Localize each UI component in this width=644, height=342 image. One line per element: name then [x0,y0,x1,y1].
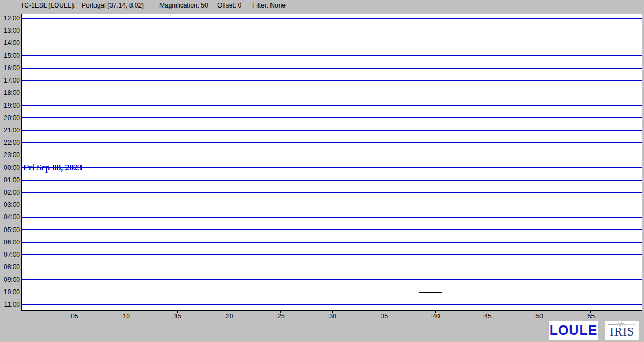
y-axis-label: 16:00 [0,64,20,72]
seismogram-trace[interactable] [22,292,642,292]
x-axis-tick-label: :45 [477,313,496,320]
y-axis-label: 05:00 [0,226,20,234]
iris-logo-text: IRIS [610,326,634,338]
x-axis-tick-label: :15 [167,313,187,320]
seismogram-trace[interactable] [22,254,642,255]
iris-logo[interactable]: IRIS [605,321,639,340]
y-axis-label: 08:00 [0,263,20,271]
y-axis-label: 14:00 [0,39,20,47]
seismogram-trace[interactable] [22,55,642,56]
seismogram-trace[interactable] [22,68,642,68]
seismogram-trace[interactable] [22,217,642,218]
seismogram-trace[interactable] [22,93,642,93]
y-axis-label: 02:00 [0,189,20,196]
seismogram-trace[interactable] [22,155,642,155]
magnification-value: Magnification: 50 [159,2,208,10]
y-axis-label: 12:00 [0,14,20,22]
y-axis-label: 06:00 [0,239,20,246]
station-location: Portugal (37.14, 8.02) [82,2,144,10]
x-axis-tick-label: :30 [323,313,342,320]
x-axis-tick-label: :25 [270,313,290,320]
y-axis-label: 13:00 [0,27,20,34]
seismogram-trace[interactable] [22,167,642,168]
y-axis-label: 19:00 [0,102,20,109]
date-annotation: Fri Sep 08, 2023 [23,163,82,173]
y-axis-label: 04:00 [0,213,20,221]
seismogram-trace[interactable] [22,80,642,80]
seismogram-trace[interactable] [22,205,642,205]
x-axis-tick-label: :55 [581,313,600,320]
filter-value: Filter: None [252,2,286,10]
x-axis-tick-label: :50 [529,313,548,320]
seismogram-trace[interactable] [22,31,642,31]
seismogram-trace[interactable] [22,130,642,130]
seismogram-trace[interactable] [22,279,642,280]
y-axis-label: 07:00 [0,251,20,258]
seismogram-trace[interactable] [22,192,642,192]
y-axis-label: 22:00 [0,139,20,146]
y-axis-label: 01:00 [0,176,20,184]
x-axis-tick-label: :20 [219,313,238,320]
y-axis-label: 17:00 [0,77,20,84]
y-axis-label: 11:00 [0,301,20,308]
y-axis-label: 10:00 [0,288,20,296]
station-id-label: TC-1ESL (LOULE): [20,2,76,10]
y-axis-label: 09:00 [0,276,20,284]
x-axis-tick-label: :35 [374,313,393,320]
seismogram-trace[interactable] [22,117,642,118]
y-axis-label: 18:00 [0,89,20,96]
y-axis-label: 23:00 [0,151,20,159]
station-button-label: LOULE [550,323,598,338]
y-axis-label: 20:00 [0,114,20,122]
seismogram-trace[interactable] [22,304,642,304]
y-axis-label: 21:00 [0,127,20,134]
seismogram-trace[interactable] [22,18,642,18]
x-axis-tick-label: :05 [64,313,83,320]
station-button[interactable]: LOULE [549,321,598,340]
y-axis-label: 03:00 [0,201,20,209]
helicorder-plot[interactable]: Fri Sep 08, 2023 [21,14,642,311]
seismogram-trace[interactable] [22,229,642,230]
x-axis-tick-label: :40 [426,313,445,320]
seismogram-trace[interactable] [22,142,642,143]
trace-event-segment[interactable] [419,292,441,293]
seismogram-trace[interactable] [22,43,642,43]
y-axis-label: 00:00 [0,164,20,172]
offset-value: Offset: 0 [217,2,241,10]
y-axis-label: 15:00 [0,52,20,60]
x-axis-tick-label: :10 [116,313,135,320]
seismogram-trace[interactable] [22,242,642,242]
seismogram-trace[interactable] [22,267,642,267]
seismogram-trace[interactable] [22,105,642,106]
seismogram-trace[interactable] [22,180,642,180]
